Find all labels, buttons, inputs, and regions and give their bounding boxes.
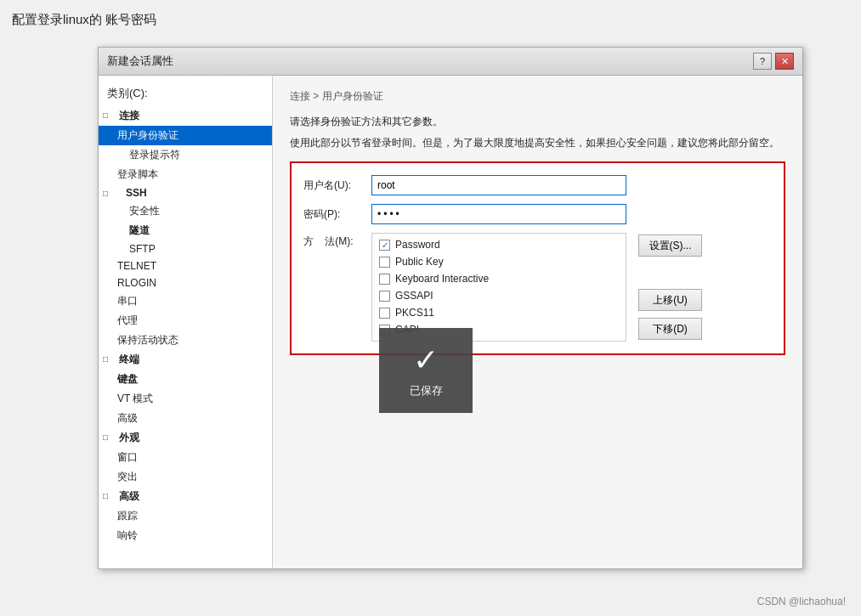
sidebar-item-trace-label: 跟踪 <box>117 510 138 522</box>
sidebar-item-bell[interactable]: 响铃 <box>99 526 272 545</box>
sidebar-item-security-label: 安全性 <box>129 205 160 217</box>
password-label: 密码(P): <box>303 207 371 222</box>
username-row: 用户名(U): <box>303 175 772 195</box>
sidebar-item-keyboard-label: 键盘 <box>117 373 138 385</box>
dialog-title-buttons: ? ✕ <box>753 53 794 70</box>
sidebar-item-trace[interactable]: 跟踪 <box>99 506 272 526</box>
sidebar-item-appearance[interactable]: □ 外观 <box>99 428 272 448</box>
move-down-button[interactable]: 下移(D) <box>638 318 702 340</box>
side-buttons: 设置(S)... 上移(U) 下移(D) <box>638 233 702 340</box>
sidebar-item-serial[interactable]: 串口 <box>99 291 272 311</box>
auth-method-pkcs11-label: PKCS11 <box>395 307 434 319</box>
sidebar-item-rlogin-label: RLOGIN <box>117 277 156 289</box>
close-button[interactable]: ✕ <box>775 53 794 70</box>
watermark: CSDN @lichaohua! <box>757 596 846 608</box>
auth-method-password[interactable]: Password <box>379 239 619 251</box>
sidebar-item-ssh[interactable]: □ SSH <box>99 184 272 201</box>
sidebar-item-tunnel-label: 隧道 <box>129 224 150 236</box>
auth-method-gssapi-label: GSSAPI <box>395 290 433 302</box>
breadcrumb: 连接 > 用户身份验证 <box>290 89 785 104</box>
sidebar-item-window-label: 窗口 <box>117 451 138 463</box>
description-line1: 请选择身份验证方法和其它参数。 <box>290 114 785 130</box>
expand-icon-ssh: □ <box>100 187 110 199</box>
auth-method-public-key[interactable]: Public Key <box>379 256 619 268</box>
sidebar-item-advanced-terminal-label: 高级 <box>117 412 138 424</box>
sidebar-item-sftp-label: SFTP <box>129 243 156 255</box>
sidebar-item-keepalive-label: 保持活动状态 <box>117 334 178 346</box>
main-content: 连接 > 用户身份验证 请选择身份验证方法和其它参数。 使用此部分以节省登录时间… <box>273 76 802 568</box>
sidebar-item-appearance-label: 外观 <box>119 432 139 444</box>
saved-checkmark: ✓ <box>413 342 439 378</box>
page-title: 配置登录linux的 账号密码 <box>12 12 156 28</box>
sidebar-tree: □ 连接 用户身份验证 登录提示符 登录脚本 <box>99 106 272 545</box>
description-line2: 使用此部分以节省登录时间。但是，为了最大限度地提高安全性，如果担心安全问题，建议… <box>290 135 785 151</box>
password-input[interactable] <box>371 204 626 224</box>
sidebar-item-rlogin[interactable]: RLOGIN <box>99 274 272 291</box>
saved-text: 已保存 <box>410 383 443 398</box>
expand-icon-terminal: □ <box>100 353 110 365</box>
sidebar-item-terminal[interactable]: □ 终端 <box>99 350 272 370</box>
dialog-window: 新建会话属性 ? ✕ 类别(C): □ 连接 用户身份验证 <box>98 47 803 569</box>
auth-methods-box: Password Public Key Keyboard Interactive <box>371 233 626 342</box>
username-input[interactable] <box>371 175 626 195</box>
dialog-body: 类别(C): □ 连接 用户身份验证 登录提示符 <box>99 76 802 568</box>
auth-method-keyboard-interactive[interactable]: Keyboard Interactive <box>379 273 619 285</box>
page-background: 配置登录linux的 账号密码 新建会话属性 ? ✕ 类别(C): □ 连接 <box>0 0 861 616</box>
dialog-title-bar: 新建会话属性 ? ✕ <box>99 48 802 76</box>
checkbox-public-key[interactable] <box>379 257 390 268</box>
sidebar-item-advanced2[interactable]: □ 高级 <box>99 487 272 506</box>
sidebar-item-tunnel[interactable]: 隧道 <box>99 221 272 240</box>
settings-button[interactable]: 设置(S)... <box>638 235 702 257</box>
sidebar-item-advanced-terminal[interactable]: 高级 <box>99 409 272 428</box>
sidebar-item-popup[interactable]: 突出 <box>99 467 272 487</box>
auth-methods-label: 方 法(M): <box>303 233 371 249</box>
auth-method-public-key-label: Public Key <box>395 256 444 268</box>
sidebar-item-serial-label: 串口 <box>117 295 138 307</box>
sidebar-item-advanced2-label: 高级 <box>119 490 139 502</box>
expand-icon-connection: □ <box>100 109 110 121</box>
sidebar-item-user-auth[interactable]: 用户身份验证 <box>99 126 272 145</box>
sidebar-item-connection-label: 连接 <box>119 110 139 122</box>
sidebar-item-vt-mode[interactable]: VT 模式 <box>99 389 272 409</box>
saved-overlay: ✓ 已保存 <box>379 328 473 413</box>
sidebar-item-login-script[interactable]: 登录脚本 <box>99 165 272 184</box>
sidebar-item-security[interactable]: 安全性 <box>99 201 272 221</box>
sidebar: 类别(C): □ 连接 用户身份验证 登录提示符 <box>99 76 273 568</box>
auth-method-gssapi[interactable]: GSSAPI <box>379 290 619 302</box>
checkbox-password[interactable] <box>379 240 390 251</box>
sidebar-item-proxy[interactable]: 代理 <box>99 311 272 331</box>
sidebar-item-login-prompt[interactable]: 登录提示符 <box>99 145 272 165</box>
sidebar-item-bell-label: 响铃 <box>117 529 138 541</box>
checkbox-gssapi[interactable] <box>379 291 390 302</box>
sidebar-label: 类别(C): <box>99 82 272 106</box>
sidebar-item-user-auth-label: 用户身份验证 <box>117 129 178 141</box>
sidebar-item-sftp[interactable]: SFTP <box>99 240 272 257</box>
auth-section-box: 用户名(U): 密码(P): 方 法(M): <box>290 161 785 355</box>
dialog-title-text: 新建会话属性 <box>107 54 173 69</box>
sidebar-item-keyboard[interactable]: 键盘 <box>99 370 272 389</box>
auth-method-pkcs11[interactable]: PKCS11 <box>379 307 619 319</box>
auth-method-password-label: Password <box>395 239 440 251</box>
sidebar-item-proxy-label: 代理 <box>117 314 138 326</box>
help-button[interactable]: ? <box>753 53 772 70</box>
checkbox-keyboard-interactive[interactable] <box>379 274 390 285</box>
sidebar-item-vt-mode-label: VT 模式 <box>117 393 153 404</box>
auth-methods-row: 方 法(M): Password Public Key <box>303 233 772 342</box>
move-up-button[interactable]: 上移(U) <box>638 289 702 311</box>
password-row: 密码(P): <box>303 204 772 224</box>
sidebar-item-popup-label: 突出 <box>117 471 138 483</box>
sidebar-item-terminal-label: 终端 <box>119 353 139 365</box>
sidebar-item-connection[interactable]: □ 连接 <box>99 106 272 126</box>
sidebar-item-keepalive[interactable]: 保持活动状态 <box>99 331 272 350</box>
sidebar-item-telnet-label: TELNET <box>117 260 156 272</box>
sidebar-item-ssh-label: SSH <box>126 187 147 199</box>
username-label: 用户名(U): <box>303 178 371 193</box>
auth-method-keyboard-interactive-label: Keyboard Interactive <box>395 273 489 285</box>
expand-icon-advanced2: □ <box>100 489 110 501</box>
sidebar-item-window[interactable]: 窗口 <box>99 448 272 467</box>
sidebar-item-login-prompt-label: 登录提示符 <box>129 149 180 161</box>
checkbox-pkcs11[interactable] <box>379 308 390 319</box>
sidebar-item-telnet[interactable]: TELNET <box>99 257 272 274</box>
expand-icon-appearance: □ <box>100 431 110 443</box>
sidebar-item-login-script-label: 登录脚本 <box>117 168 158 180</box>
